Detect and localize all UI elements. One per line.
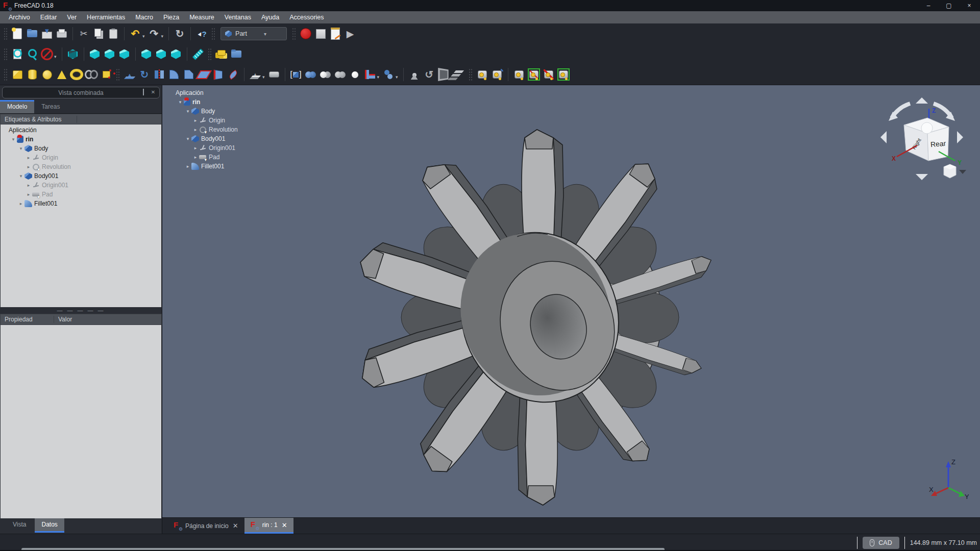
part-tube-icon[interactable] bbox=[85, 68, 98, 81]
undo-icon[interactable] bbox=[129, 27, 142, 40]
right-view-icon[interactable] bbox=[118, 47, 131, 61]
part-box-icon[interactable] bbox=[11, 68, 24, 81]
chevron-down-icon[interactable]: ▾ bbox=[262, 74, 265, 80]
ruled-surface-icon[interactable] bbox=[212, 68, 225, 81]
close-panel-icon[interactable]: ✕ bbox=[150, 89, 156, 95]
print-icon[interactable] bbox=[55, 27, 68, 40]
panel-splitter[interactable]: — — — — — bbox=[0, 307, 162, 314]
menu-macro[interactable]: Macro bbox=[131, 12, 158, 22]
expand-icon[interactable]: ▸ bbox=[185, 164, 191, 169]
slice-stack-icon[interactable] bbox=[452, 68, 465, 81]
menu-archivo[interactable]: Archivo bbox=[4, 12, 35, 22]
revolve-icon[interactable] bbox=[138, 68, 151, 81]
model-tree-panel[interactable]: Aplicación▾rin▾Body▸Origin▸Revolution▾Bo… bbox=[1, 124, 161, 307]
close-tab-icon[interactable]: ✕ bbox=[233, 522, 238, 530]
part-sphere-icon[interactable] bbox=[40, 68, 54, 81]
toggle-3d-icon[interactable] bbox=[527, 68, 541, 81]
menu-ayuda[interactable]: Ayuda bbox=[257, 12, 284, 22]
tab-modelo[interactable]: Modelo bbox=[0, 100, 34, 113]
toolbar-grip[interactable] bbox=[4, 28, 8, 40]
toolbar-grip[interactable] bbox=[4, 48, 8, 60]
toolbar-grip[interactable] bbox=[292, 28, 296, 40]
menu-editar[interactable]: Editar bbox=[36, 12, 62, 22]
expand-icon[interactable]: ▸ bbox=[192, 145, 199, 151]
expand-icon[interactable]: ▸ bbox=[26, 183, 32, 188]
tree-item-origin[interactable]: ▸Origin bbox=[169, 116, 238, 125]
chevron-down-icon[interactable]: ▾ bbox=[161, 34, 164, 39]
tree-item-aplicación[interactable]: Aplicación bbox=[3, 126, 161, 135]
intersection-icon[interactable] bbox=[349, 68, 362, 81]
toolbar-grip[interactable] bbox=[469, 68, 473, 81]
thickness-icon[interactable] bbox=[267, 68, 281, 81]
toolbar-grip[interactable] bbox=[116, 68, 120, 81]
shape-builder-icon[interactable] bbox=[100, 68, 113, 81]
sweep-surface-icon[interactable] bbox=[227, 68, 240, 81]
tree-item-revolution[interactable]: ▸Revolution bbox=[3, 162, 161, 171]
mirror-icon[interactable] bbox=[153, 68, 166, 81]
tree-item-fillet001[interactable]: ▸Fillet001 bbox=[169, 162, 238, 171]
record-icon[interactable] bbox=[299, 27, 312, 40]
part-torus-icon[interactable] bbox=[70, 68, 83, 81]
collapse-icon[interactable]: ▾ bbox=[18, 146, 24, 151]
collapse-icon[interactable]: ▾ bbox=[185, 109, 191, 114]
copy-icon[interactable] bbox=[92, 27, 105, 40]
check-geometry-icon[interactable] bbox=[408, 68, 421, 81]
tree-item-body[interactable]: ▾Body bbox=[3, 144, 161, 153]
expand-icon[interactable]: ▸ bbox=[192, 127, 199, 132]
play-macro-icon[interactable] bbox=[344, 27, 357, 40]
save-icon[interactable] bbox=[40, 27, 54, 40]
menu-ver[interactable]: Ver bbox=[62, 12, 81, 22]
cut-boolean-icon[interactable] bbox=[319, 68, 332, 81]
connect-icon[interactable] bbox=[382, 68, 395, 81]
navigation-cube[interactable]: Z Rear Right X Y bbox=[877, 94, 967, 184]
tab-tareas[interactable]: Tareas bbox=[34, 101, 67, 113]
rear-view-icon[interactable] bbox=[140, 47, 153, 61]
tree-item-rin[interactable]: ▾rin bbox=[169, 97, 238, 107]
toggle-all-icon[interactable] bbox=[557, 68, 570, 81]
expand-icon[interactable]: ▸ bbox=[26, 164, 32, 169]
expand-icon[interactable]: ▸ bbox=[192, 155, 199, 160]
part-cylinder-icon[interactable] bbox=[26, 68, 39, 81]
bottom-view-icon[interactable] bbox=[155, 47, 168, 61]
compound-icon[interactable] bbox=[289, 68, 303, 81]
collapse-icon[interactable]: ▾ bbox=[18, 173, 24, 179]
collapse-icon[interactable]: ▾ bbox=[185, 136, 191, 141]
workbench-selector[interactable]: Part ▾ bbox=[220, 27, 287, 40]
tree-item-aplicación[interactable]: Aplicación bbox=[169, 88, 238, 97]
redo-icon[interactable] bbox=[148, 27, 161, 40]
tree-item-pad[interactable]: ▸Pad bbox=[169, 153, 238, 162]
chevron-down-icon[interactable]: ▾ bbox=[377, 74, 380, 80]
offset-icon[interactable] bbox=[249, 68, 262, 81]
property-editor-area[interactable] bbox=[1, 325, 161, 518]
tree-item-origin001[interactable]: ▸Origin001 bbox=[3, 181, 161, 190]
extrude-icon[interactable] bbox=[123, 68, 136, 81]
std-part-icon[interactable] bbox=[215, 47, 228, 61]
collapse-icon[interactable]: ▾ bbox=[10, 137, 16, 142]
toolbar-grip[interactable] bbox=[208, 48, 212, 60]
maximize-button[interactable]: ▢ bbox=[945, 2, 952, 9]
tree-item-revolution[interactable]: ▸Revolution bbox=[169, 125, 238, 134]
nav-style-button[interactable]: CAD bbox=[863, 537, 899, 549]
expand-icon[interactable]: ▸ bbox=[192, 118, 199, 123]
tree-item-origin[interactable]: ▸Origin bbox=[3, 153, 161, 162]
expand-icon[interactable]: ▸ bbox=[26, 192, 32, 197]
model-impeller[interactable] bbox=[346, 103, 734, 517]
whats-this-icon[interactable] bbox=[195, 27, 208, 40]
axonometric-view-icon[interactable] bbox=[66, 47, 80, 61]
front-view-icon[interactable] bbox=[88, 47, 102, 61]
zoom-box-icon[interactable] bbox=[26, 47, 39, 61]
tree-item-fillet001[interactable]: ▸Fillet001 bbox=[3, 199, 161, 208]
menu-pieza[interactable]: Pieza bbox=[159, 12, 184, 22]
tree-item-origin001[interactable]: ▸Origin001 bbox=[169, 143, 238, 153]
measure-angular-icon[interactable] bbox=[491, 68, 504, 81]
chamfer-icon[interactable] bbox=[182, 68, 195, 81]
measure-distance-icon[interactable] bbox=[191, 47, 205, 61]
toggle-delta-icon[interactable] bbox=[542, 68, 555, 81]
expand-icon[interactable]: ▸ bbox=[26, 155, 32, 160]
edit-macro-icon[interactable] bbox=[329, 27, 342, 40]
open-folder-icon[interactable] bbox=[26, 27, 39, 40]
chevron-down-icon[interactable]: ▾ bbox=[54, 54, 57, 59]
draw-style-icon[interactable] bbox=[40, 47, 54, 61]
tree-item-rin[interactable]: ▾rin bbox=[3, 135, 161, 144]
expand-icon[interactable]: ▸ bbox=[18, 201, 24, 206]
